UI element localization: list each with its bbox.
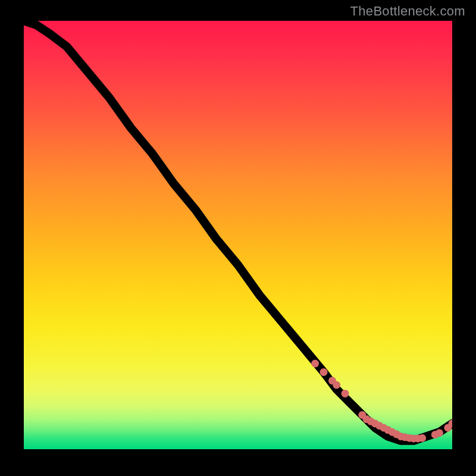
marker-group	[311, 360, 452, 443]
bottleneck-curve-path	[24, 21, 452, 441]
data-marker	[333, 381, 340, 389]
plot-area	[24, 21, 452, 449]
data-marker	[342, 390, 349, 397]
watermark-text: TheBottleneck.com	[350, 4, 465, 19]
chart-stage: TheBottleneck.com	[0, 0, 476, 476]
data-marker	[436, 429, 443, 437]
curve-svg	[24, 21, 452, 449]
data-marker	[311, 360, 319, 368]
data-marker	[320, 368, 328, 376]
data-marker	[418, 434, 426, 442]
